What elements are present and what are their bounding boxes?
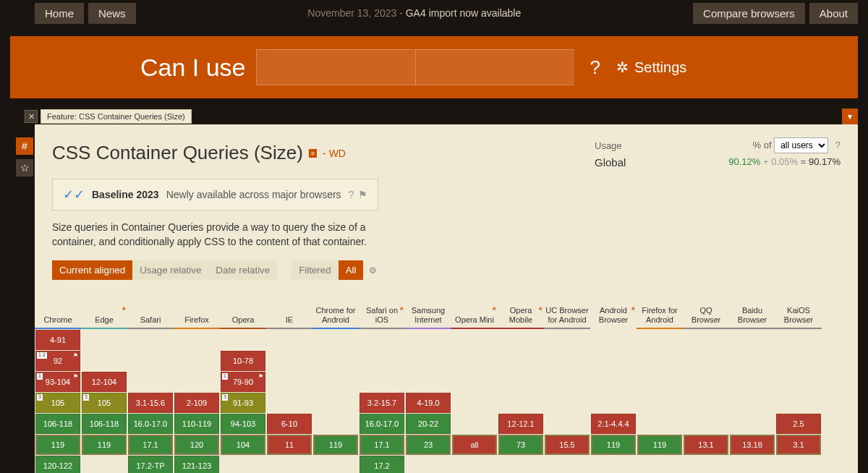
browser-header[interactable]: Safari on iOS* — [359, 291, 405, 329]
version-cell[interactable]: 17.1 — [128, 435, 173, 455]
version-cell[interactable]: 120 — [174, 435, 219, 455]
version-cell[interactable]: 11 — [267, 435, 312, 455]
all-button[interactable]: All — [339, 260, 364, 280]
version-cell — [637, 414, 682, 434]
version-cell[interactable]: 17.2-TP — [128, 456, 173, 473]
version-cell[interactable]: 119 — [637, 435, 682, 455]
version-cell[interactable]: 1053 — [82, 393, 127, 413]
version-cell[interactable]: 16.0-17.0 — [359, 414, 404, 434]
help-icon[interactable]: ? — [835, 140, 841, 150]
version-cell[interactable]: 2-109 — [174, 393, 219, 413]
version-cell[interactable]: 13.1 — [684, 435, 728, 455]
browser-header[interactable]: Edge* — [81, 291, 127, 329]
browser-header[interactable]: QQ Browser — [683, 291, 729, 329]
hash-icon[interactable]: # — [16, 137, 33, 155]
filter-icon[interactable]: ▾ — [842, 108, 858, 124]
browser-header[interactable]: UC Browser for Android — [544, 291, 590, 329]
version-cell[interactable]: 93-1041⚑ — [35, 372, 80, 392]
version-cell — [776, 351, 821, 371]
browser-header[interactable]: Samsung Internet — [405, 291, 451, 329]
browser-header[interactable]: Firefox — [174, 291, 220, 329]
version-cell[interactable]: 17.1 — [359, 435, 404, 455]
version-cell[interactable]: 119 — [82, 435, 127, 455]
search-input-1[interactable] — [256, 49, 415, 85]
browser-header[interactable]: Opera Mobile* — [498, 291, 544, 329]
current-aligned-button[interactable]: Current aligned — [52, 260, 132, 280]
version-cell[interactable]: 79-901⚑ — [221, 372, 265, 392]
version-cell[interactable]: 104 — [221, 435, 265, 455]
version-cell[interactable]: 119 — [35, 435, 80, 455]
version-cell — [545, 330, 590, 350]
compare-link[interactable]: Compare browsers — [693, 3, 805, 24]
version-cell[interactable]: 17.2 — [359, 456, 404, 473]
date-relative-button[interactable]: Date relative — [208, 260, 277, 280]
filtered-button[interactable]: Filtered — [292, 260, 338, 280]
feature-description: Size queries in Container Queries provid… — [52, 221, 385, 249]
browser-header[interactable]: Chrome for Android — [312, 291, 359, 329]
version-cell[interactable]: 110-119 — [174, 414, 219, 434]
version-cell[interactable]: 4-91 — [35, 330, 80, 350]
version-cell — [545, 351, 590, 371]
version-cell[interactable]: 3.1 — [776, 435, 821, 455]
version-cell — [267, 372, 312, 392]
usage-relative-button[interactable]: Usage relative — [132, 260, 208, 280]
version-cell[interactable]: 73 — [498, 435, 543, 455]
version-cell[interactable]: 91-933 — [221, 393, 265, 413]
star-icon[interactable]: ☆ — [16, 159, 33, 176]
version-cell[interactable]: 23 — [406, 435, 451, 455]
version-cell[interactable]: 106-118 — [82, 414, 127, 434]
version-cell[interactable]: 12-104 — [82, 372, 127, 392]
version-cell[interactable]: 2.1-4.4.4 — [591, 414, 636, 434]
search-input-2[interactable] — [415, 49, 574, 85]
version-cell[interactable]: 2.5 — [776, 414, 821, 434]
version-cell[interactable]: 15.5 — [545, 435, 590, 455]
version-cell — [174, 372, 219, 392]
version-cell[interactable]: 3.2-15.7 — [359, 393, 404, 413]
version-cell[interactable]: 10-78 — [221, 351, 265, 371]
version-cell[interactable]: 13.18 — [730, 435, 775, 455]
version-cell — [545, 414, 590, 434]
users-select[interactable]: all users — [774, 137, 828, 153]
browser-header[interactable]: Opera Mini* — [451, 291, 498, 329]
version-cell[interactable]: 119 — [591, 435, 636, 455]
about-link[interactable]: About — [809, 3, 858, 24]
version-cell[interactable]: 1053 — [35, 393, 80, 413]
browser-header[interactable]: KaiOS Browser — [775, 291, 822, 329]
version-cell[interactable]: 16.0-17.0 — [128, 414, 173, 434]
browser-header[interactable]: Safari — [127, 291, 174, 329]
version-cell[interactable]: 119 — [313, 435, 358, 455]
browser-header[interactable]: Android Browser* — [590, 291, 637, 329]
version-cell — [591, 372, 636, 392]
browser-header[interactable]: Opera — [220, 291, 266, 329]
version-cell[interactable]: 120-122 — [35, 456, 80, 473]
browser-header[interactable]: Chrome — [35, 291, 81, 329]
feature-tab[interactable]: Feature: CSS Container Queries (Size) — [41, 109, 192, 124]
version-cell — [730, 330, 775, 350]
version-cell[interactable]: 6-10 — [267, 414, 312, 434]
version-cell[interactable]: 106-118 — [35, 414, 80, 434]
spec-status[interactable]: - WD — [323, 148, 346, 159]
home-link[interactable]: Home — [35, 3, 84, 24]
version-cell — [591, 393, 636, 413]
version-cell — [128, 351, 173, 371]
browser-header[interactable]: Firefox for Android — [637, 291, 683, 329]
version-cell[interactable]: 20-22 — [406, 414, 451, 434]
settings-button[interactable]: ✲ Settings — [616, 59, 686, 76]
version-cell — [359, 372, 404, 392]
version-cell[interactable]: all — [452, 435, 497, 455]
version-cell[interactable]: 121-123 — [174, 456, 219, 473]
version-cell[interactable]: 3.1-15.6 — [128, 393, 173, 413]
version-cell[interactable]: 12-12.1 — [498, 414, 543, 434]
version-cell — [776, 456, 821, 473]
info-icon[interactable]: ? — [349, 189, 354, 200]
browser-header[interactable]: IE — [266, 291, 312, 329]
feedback-icon[interactable]: ⚑ — [358, 189, 367, 200]
version-cell[interactable]: 4-19.0 — [406, 393, 451, 413]
close-tab-button[interactable]: ✕ — [25, 110, 38, 123]
announcement[interactable]: November 13, 2023 - GA4 import now avail… — [136, 7, 694, 19]
news-link[interactable]: News — [88, 3, 136, 24]
version-cell[interactable]: 94-103 — [221, 414, 265, 434]
view-settings-icon[interactable]: ⚙ — [369, 265, 377, 276]
browser-header[interactable]: Baidu Browser — [729, 291, 775, 329]
version-cell[interactable]: 921 2⚑ — [35, 351, 80, 371]
